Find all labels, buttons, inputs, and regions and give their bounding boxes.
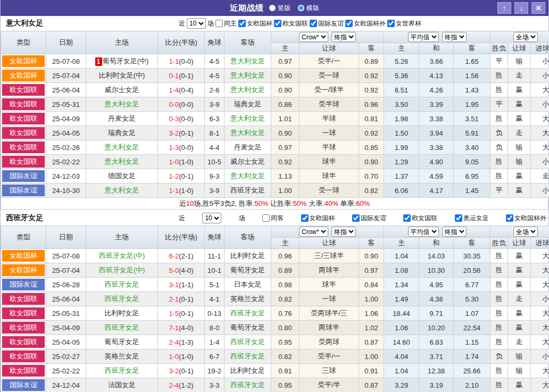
avg-home: 1.08 [384, 263, 419, 278]
same-venue-checkbox[interactable]: 同主 [215, 19, 237, 28]
checkbox-icon[interactable] [274, 20, 281, 27]
league-filter-checkbox[interactable]: 国际友谊 [352, 214, 386, 223]
col-header-result-goals: 进球数 [531, 238, 549, 249]
odds-away: 1.00 [359, 292, 384, 306]
home-team: 英格兰女足 [86, 349, 158, 364]
score-cell: 2-4(1-2) [158, 378, 205, 392]
league-filter-checkbox[interactable]: 奥运女足 [455, 214, 489, 223]
radio-horizontal-layout[interactable]: 横版 [298, 4, 319, 13]
checkbox-icon[interactable] [506, 214, 513, 222]
move-up-button[interactable]: ↑ [497, 2, 511, 14]
match-type-cell: 国际友谊 [1, 378, 46, 392]
checkbox-icon[interactable] [387, 20, 395, 27]
avg-draw: 10.20 [419, 321, 454, 335]
checkbox-icon[interactable] [352, 214, 360, 222]
league-filter-label: 欧女国联 [282, 19, 308, 28]
away-team: 日本女足 [224, 278, 271, 292]
match-type-cell: 女欧国杯 [1, 263, 46, 278]
odds-home: 1.00 [271, 184, 300, 198]
avg-away: 6.95 [454, 169, 490, 184]
match-type-badge: 欧女国联 [2, 351, 45, 362]
match-type-cell: 国际友谊 [1, 169, 46, 184]
league-filter-checkbox[interactable]: 女欧国杯外 [345, 19, 386, 28]
final-odds-select[interactable]: 终指 [442, 227, 467, 237]
recent-count-select[interactable]: 10 [187, 18, 206, 29]
score-cell: 1-5(0-1) [158, 306, 205, 321]
league-filter-checkbox[interactable]: 欧女国联 [403, 214, 437, 223]
result-handicap: 赢 [508, 278, 531, 292]
match-date: 25-07-08 [46, 54, 86, 69]
avg-draw: 3.66 [419, 54, 454, 69]
away-team: 葡萄牙女足 [224, 263, 271, 278]
league-filter-label: 女欧国杯外 [354, 19, 386, 28]
away-team: 西班牙女足 [224, 349, 271, 364]
match-type-cell: 女欧国杯 [1, 54, 46, 69]
result-handicap: 走 [508, 126, 531, 140]
score-cell: 1-0(1-0) [158, 349, 205, 364]
checkbox-icon[interactable] [215, 20, 223, 27]
corner-score: 10-1 [205, 263, 224, 278]
average-select[interactable]: 平均值 [408, 32, 439, 42]
checkbox-icon[interactable] [262, 214, 270, 222]
home-team: 西班牙女足(中) [86, 263, 158, 278]
full-match-select[interactable]: 全场 [513, 32, 538, 42]
away-team: 意大利女足 [224, 112, 271, 126]
league-filter-checkbox[interactable]: 女欧国杯 [238, 19, 272, 28]
result-wdl: 胜 [490, 292, 508, 306]
odds-handicap: 受半球 [300, 97, 359, 112]
bookmaker-select[interactable]: Crow* [299, 32, 328, 42]
avg-away: 3.40 [454, 140, 490, 155]
match-date: 25-02-22 [46, 364, 86, 378]
table-row: 欧女国联25-05-31比利时女足1-5(0-1)0-13西班牙女足0.76受两… [1, 306, 549, 321]
league-filter-checkbox[interactable]: 女世界杯 [387, 19, 421, 28]
checkbox-icon[interactable] [301, 214, 309, 222]
match-type-badge: 国际友谊 [2, 185, 45, 196]
average-odds-group: 平均值终指 [384, 31, 490, 43]
checkbox-icon[interactable] [238, 20, 246, 27]
avg-home: 1.49 [384, 292, 419, 306]
full-match-select[interactable]: 全场 [513, 227, 538, 237]
average-odds-group: 平均值终指 [384, 226, 490, 238]
final-odds-select[interactable]: 终指 [331, 227, 356, 237]
final-odds-select[interactable]: 终指 [331, 32, 356, 42]
avg-home: 1.06 [384, 321, 419, 335]
match-type-badge: 女欧国杯 [2, 55, 45, 67]
checkbox-icon[interactable] [455, 214, 462, 222]
bookmaker-select[interactable]: Crow* [299, 227, 328, 237]
table-row: 欧女国联25-02-27英格兰女足1-0(1-0)6-7西班牙女足0.82受半/… [1, 349, 549, 364]
final-odds-select[interactable]: 终指 [442, 32, 467, 42]
league-filter-checkbox[interactable]: 国际友谊 [310, 19, 344, 28]
odds-home: 0.80 [271, 321, 300, 335]
league-filter-checkbox[interactable]: 女欧国杯外 [506, 214, 546, 223]
table-row: 欧女国联25-04-09丹麦女足0-3(0-0)6-3意大利女足1.01半球0.… [1, 112, 549, 126]
table-row: 女欧国杯25-07-04比利时女足(中)0-1(0-1)4-5意大利女足0.90… [1, 69, 549, 83]
league-filter-checkbox[interactable]: 女欧国杯 [301, 214, 335, 223]
result-handicap: 赢 [508, 112, 531, 126]
result-goals: 大 [531, 335, 549, 349]
col-header-home: 主场 [86, 31, 158, 54]
table-row: 欧女国联25-02-26意大利女足1-3(0-0)4-4丹麦女足0.97半球0.… [1, 140, 549, 155]
odds-away: 0.90 [359, 155, 384, 169]
checkbox-icon[interactable] [310, 20, 317, 27]
table-row: 欧女国联25-02-22西班牙女足3-2(0-1)19-2比利时女足0.91三球… [1, 364, 549, 378]
recent-count-select[interactable]: 10 [202, 213, 221, 223]
match-type-cell: 欧女国联 [1, 155, 46, 169]
radio-vertical-layout[interactable]: 竖版 [269, 4, 290, 13]
col-header-avg-home: 主 [384, 43, 419, 54]
league-filter-checkbox[interactable]: 欧女国联 [274, 19, 308, 28]
result-wdl: 负 [490, 349, 508, 364]
avg-away: 3.51 [454, 112, 490, 126]
checkbox-icon[interactable] [345, 20, 353, 27]
result-wdl: 胜 [490, 306, 508, 321]
results-table: 类型 日期 主场 比分(半场) 角球 客场 Crow*终指 平均值终指 全场 [1, 31, 549, 198]
checkbox-icon[interactable] [403, 214, 411, 222]
home-team: 威尔士女足 [86, 83, 158, 97]
result-goals: 大 [531, 378, 549, 392]
close-button[interactable]: ✕ [531, 2, 545, 14]
average-select[interactable]: 平均值 [408, 227, 439, 237]
match-date: 25-04-09 [46, 321, 86, 335]
col-header-avg-home: 主 [384, 238, 419, 249]
move-down-button[interactable]: ↓ [514, 2, 528, 14]
result-handicap: 赢 [508, 306, 531, 321]
same-venue-checkbox[interactable]: 同客 [262, 214, 284, 223]
